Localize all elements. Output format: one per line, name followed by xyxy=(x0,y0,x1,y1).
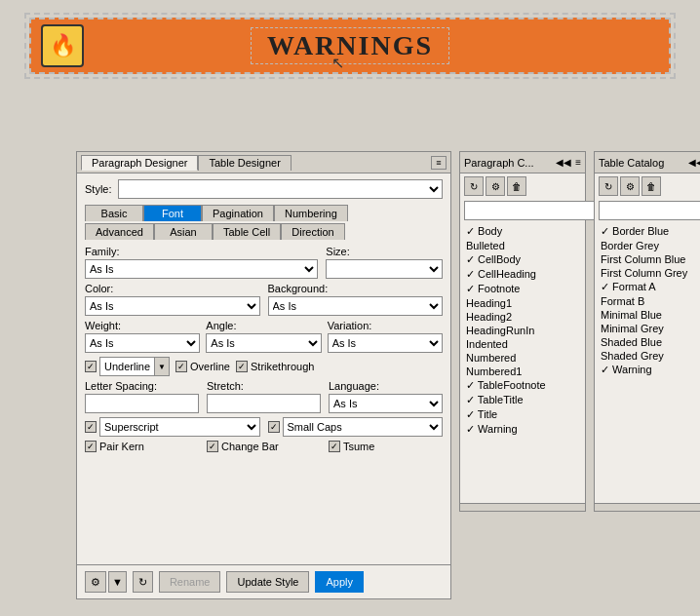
tab-table-cell[interactable]: Table Cell xyxy=(213,223,281,240)
change-bar-checkbox[interactable]: ✓ xyxy=(207,441,218,452)
tsume-checkbox[interactable]: ✓ xyxy=(329,441,340,452)
paragraph-designer-titlebar: Paragraph Designer Table Designer ≡ xyxy=(77,152,450,173)
list-item[interactable]: ✓ Border Blue xyxy=(599,224,700,239)
weight-select[interactable]: As Is xyxy=(85,333,200,353)
tab-advanced[interactable]: Advanced xyxy=(85,223,154,240)
list-item[interactable]: ✓ CellHeading xyxy=(464,267,581,282)
list-item[interactable]: Format B xyxy=(599,294,700,308)
panel-menu-button[interactable]: ≡ xyxy=(431,156,447,170)
language-select[interactable]: As Is xyxy=(329,394,443,413)
list-item[interactable]: ✓ TableTitle xyxy=(464,393,581,407)
list-item[interactable]: ✓ Warning xyxy=(464,422,581,437)
list-item[interactable]: Heading2 xyxy=(464,310,581,324)
catalog-menu-btn[interactable]: ≡ xyxy=(575,157,581,168)
variation-select[interactable]: As Is xyxy=(328,333,443,353)
apply-button[interactable]: Apply xyxy=(315,571,364,593)
tab-numbering[interactable]: Numbering xyxy=(274,205,348,221)
tab-asian[interactable]: Asian xyxy=(154,223,213,240)
update-style-button[interactable]: Update Style xyxy=(226,571,309,593)
list-item[interactable]: Border Grey xyxy=(599,239,700,252)
list-item[interactable]: ✓ Footnote xyxy=(464,282,581,296)
table-catalog-delete-btn[interactable]: 🗑 xyxy=(642,176,661,196)
tab-table-designer[interactable]: Table Designer xyxy=(198,155,291,171)
paragraph-catalog-scrollbar[interactable] xyxy=(460,503,585,511)
tab-font[interactable]: Font xyxy=(143,205,202,221)
underline-dropdown[interactable]: Underline ▼ xyxy=(99,357,170,376)
angle-select[interactable]: As Is xyxy=(206,333,321,353)
overline-checkbox[interactable]: ✓ xyxy=(175,361,187,372)
angle-col: Angle: As Is xyxy=(206,320,321,353)
color-col: Color: As Is xyxy=(85,283,260,316)
list-item[interactable]: Heading1 xyxy=(464,296,581,310)
table-catalog-collapse-btn[interactable]: ◀◀ xyxy=(688,157,700,168)
list-item[interactable]: ✓ Format A xyxy=(599,280,700,294)
warning-banner: 🔥 WARNINGS xyxy=(29,18,671,74)
superscript-checkbox[interactable]: ✓ xyxy=(85,421,97,433)
underline-arrow[interactable]: ▼ xyxy=(154,358,169,375)
size-select[interactable] xyxy=(326,259,443,279)
family-col: Family: As Is xyxy=(85,246,318,279)
list-item[interactable]: Shaded Grey xyxy=(599,349,700,363)
list-item[interactable]: Numbered xyxy=(464,351,581,365)
letter-spacing-label: Letter Spacing: xyxy=(85,380,199,392)
tab-pagination[interactable]: Pagination xyxy=(202,205,274,221)
table-catalog-gear-btn[interactable]: ⚙ xyxy=(620,176,640,196)
table-catalog-panel: Table Catalog ◀◀ ✕ ↻ ⚙ 🗑 ✕ ✓ Border Blue… xyxy=(594,151,700,512)
list-item[interactable]: Indented xyxy=(464,337,581,351)
spacing-row: Letter Spacing: Stretch: Language: As Is xyxy=(85,380,443,413)
paragraph-catalog-search: ✕ xyxy=(460,199,585,222)
catalog-refresh-btn[interactable]: ↻ xyxy=(464,176,484,196)
paragraph-search-input[interactable] xyxy=(464,201,604,220)
warning-text: WARNINGS xyxy=(251,27,449,64)
list-item[interactable]: Shaded Blue xyxy=(599,335,700,349)
list-item[interactable]: Minimal Blue xyxy=(599,308,700,322)
stretch-label: Stretch: xyxy=(207,380,321,392)
gear-button[interactable]: ⚙ xyxy=(85,571,106,593)
tab-basic[interactable]: Basic xyxy=(85,205,143,221)
small-caps-checkbox[interactable]: ✓ xyxy=(268,421,280,433)
stretch-input[interactable] xyxy=(207,394,321,413)
tab-direction[interactable]: Direction xyxy=(281,223,344,240)
superscript-select[interactable]: Superscript xyxy=(99,417,260,437)
underline-checkbox[interactable]: ✓ xyxy=(85,361,97,372)
family-select[interactable]: As Is xyxy=(85,259,318,279)
background-select[interactable]: As Is xyxy=(268,296,444,316)
pair-kern-checkbox[interactable]: ✓ xyxy=(85,441,97,452)
table-catalog-refresh-btn[interactable]: ↻ xyxy=(599,176,618,196)
list-item[interactable]: Bulleted xyxy=(464,239,581,252)
change-bar-item: ✓ Change Bar xyxy=(207,441,321,452)
list-item[interactable]: First Column Blue xyxy=(599,252,700,266)
list-item[interactable]: ✓ TableFootnote xyxy=(464,378,581,393)
cursor-pointer: ↖ xyxy=(331,54,344,72)
language-label: Language: xyxy=(329,380,443,392)
list-item[interactable]: ✓ Warning xyxy=(599,363,700,377)
fire-icon: 🔥 xyxy=(41,24,84,67)
list-item[interactable]: HeadingRunIn xyxy=(464,324,581,337)
list-item[interactable]: Minimal Grey xyxy=(599,322,700,335)
list-item[interactable]: ✓ Title xyxy=(464,407,581,422)
style-select[interactable] xyxy=(118,179,443,199)
tsume-item: ✓ Tsume xyxy=(329,441,443,452)
table-catalog-scrollbar[interactable] xyxy=(595,503,700,511)
color-select[interactable]: As Is xyxy=(85,296,260,316)
color-label: Color: xyxy=(85,283,260,294)
refresh-button[interactable]: ↻ xyxy=(133,571,153,593)
small-caps-select[interactable]: Small Caps xyxy=(283,417,444,437)
background-col: Background: As Is xyxy=(268,283,444,316)
size-label: Size: xyxy=(326,246,443,257)
table-search-input[interactable] xyxy=(599,201,700,220)
paragraph-catalog-list: ✓ Body Bulleted✓ CellBody✓ CellHeading✓ … xyxy=(460,222,585,439)
catalog-gear-btn[interactable]: ⚙ xyxy=(486,176,505,196)
letter-spacing-input[interactable] xyxy=(85,394,199,413)
family-label: Family: xyxy=(85,246,318,257)
catalog-collapse-btn[interactable]: ◀◀ xyxy=(556,157,571,168)
list-item[interactable]: ✓ Body xyxy=(464,224,581,239)
catalog-delete-btn[interactable]: 🗑 xyxy=(507,176,526,196)
arrow-down-button[interactable]: ▼ xyxy=(108,571,127,593)
list-item[interactable]: First Column Grey xyxy=(599,266,700,280)
tab-paragraph-designer[interactable]: Paragraph Designer xyxy=(81,155,198,171)
rename-button[interactable]: Rename xyxy=(159,571,221,593)
list-item[interactable]: Numbered1 xyxy=(464,365,581,378)
strikethrough-checkbox[interactable]: ✓ xyxy=(236,361,248,372)
list-item[interactable]: ✓ CellBody xyxy=(464,252,581,267)
